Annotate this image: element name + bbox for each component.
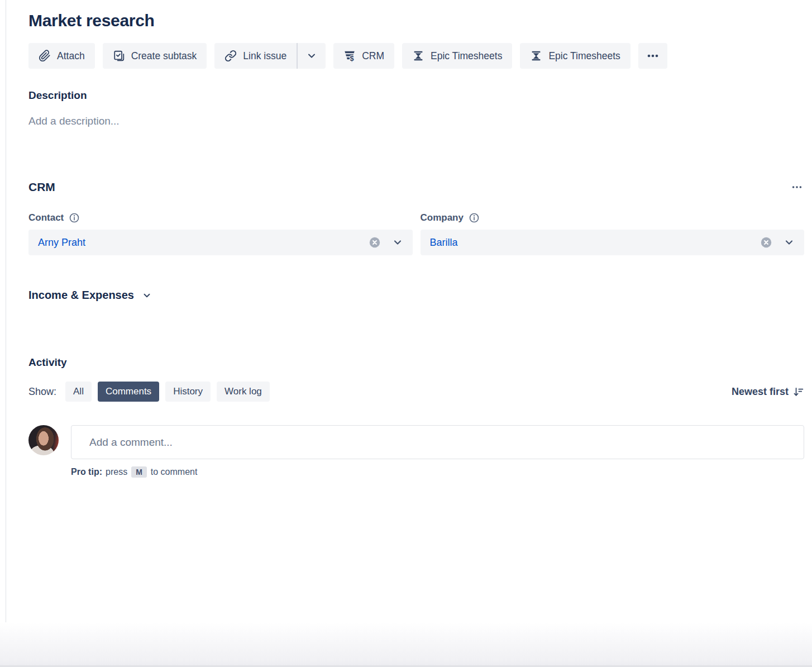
crm-funnel-dollar-icon: $: [343, 50, 356, 62]
pro-tip: Pro tip: press M to comment: [71, 466, 804, 478]
chevron-down-icon: [306, 50, 317, 61]
ellipsis-icon: [646, 49, 660, 63]
pro-tip-press: press: [106, 467, 127, 477]
contact-select-value: Arny Praht: [38, 237, 369, 249]
description-heading: Description: [28, 89, 804, 102]
issue-view: Market research Attach Create subtask: [0, 0, 812, 667]
description-placeholder[interactable]: Add a description...: [28, 115, 804, 127]
income-expenses-toggle[interactable]: Income & Expenses: [28, 289, 152, 302]
link-issue-dropdown-button[interactable]: [298, 43, 326, 69]
chevron-down-icon: [142, 290, 152, 301]
comment-input[interactable]: [71, 425, 804, 459]
crm-section-more-button[interactable]: [790, 180, 804, 194]
company-field: Company Barilla: [421, 212, 805, 255]
crm-section-header: CRM: [28, 180, 804, 194]
create-subtask-button[interactable]: Create subtask: [103, 43, 207, 69]
filter-all-button[interactable]: All: [65, 382, 92, 402]
subtask-icon: [113, 50, 125, 62]
comment-row: [28, 425, 804, 459]
hourglass-icon: [412, 50, 424, 62]
bottom-fade-strip: [0, 622, 812, 667]
contact-select[interactable]: Arny Praht: [28, 230, 413, 255]
info-icon[interactable]: [469, 212, 480, 223]
epic-timesheets-button-2[interactable]: Epic Timesheets: [520, 43, 630, 69]
company-field-label-row: Company: [421, 212, 805, 223]
create-subtask-button-label: Create subtask: [131, 50, 197, 62]
issue-title[interactable]: Market research: [28, 11, 804, 30]
crm-section-heading: CRM: [28, 180, 55, 194]
svg-text:$: $: [350, 54, 354, 62]
epic-timesheets-button-1[interactable]: Epic Timesheets: [402, 43, 512, 69]
attach-button-label: Attach: [57, 50, 85, 62]
crm-button[interactable]: $ CRM: [333, 43, 394, 69]
sort-order-button[interactable]: Newest first: [732, 386, 804, 398]
sort-order-label: Newest first: [732, 386, 789, 398]
info-icon[interactable]: [69, 212, 80, 223]
epic-timesheets-button-1-label: Epic Timesheets: [431, 50, 502, 62]
company-select-value: Barilla: [430, 237, 761, 249]
filter-history-button[interactable]: History: [165, 382, 211, 402]
link-issue-button-label: Link issue: [243, 50, 286, 62]
issue-toolbar: Attach Create subtask Link issue: [28, 43, 804, 69]
user-avatar[interactable]: [28, 425, 59, 455]
crm-button-label: CRM: [362, 50, 384, 62]
activity-filter-row: Show: All Comments History Work log Newe…: [28, 382, 804, 402]
link-icon: [225, 50, 237, 62]
company-clear-icon[interactable]: [760, 236, 772, 249]
epic-timesheets-button-2-label: Epic Timesheets: [548, 50, 620, 62]
link-issue-split-button: Link issue: [214, 43, 326, 69]
hourglass-icon: [530, 50, 542, 62]
income-expenses-heading: Income & Expenses: [28, 289, 134, 302]
pro-tip-suffix: to comment: [151, 467, 198, 477]
company-select[interactable]: Barilla: [421, 230, 805, 255]
toolbar-more-button[interactable]: [638, 43, 667, 69]
paperclip-icon: [39, 50, 51, 62]
filter-worklog-button[interactable]: Work log: [217, 382, 270, 402]
filter-comments-button[interactable]: Comments: [98, 382, 159, 402]
show-label: Show:: [28, 386, 56, 398]
chevron-down-icon[interactable]: [784, 237, 795, 248]
company-field-label: Company: [421, 212, 464, 223]
contact-field: Contact Arny Praht: [28, 212, 413, 255]
crm-fields-row: Contact Arny Praht Compa: [28, 212, 804, 255]
contact-clear-icon[interactable]: [369, 236, 381, 249]
pro-tip-key: M: [131, 466, 147, 478]
contact-field-label: Contact: [28, 212, 64, 223]
pro-tip-bold: Pro tip:: [71, 467, 102, 477]
activity-heading: Activity: [28, 356, 804, 369]
issue-content: Market research Attach Create subtask: [0, 11, 812, 478]
attach-button[interactable]: Attach: [28, 43, 95, 69]
chevron-down-icon[interactable]: [392, 237, 403, 248]
ellipsis-icon: [791, 181, 803, 193]
contact-field-label-row: Contact: [28, 212, 413, 223]
link-issue-button[interactable]: Link issue: [214, 43, 297, 69]
sort-descending-icon: [792, 386, 804, 398]
